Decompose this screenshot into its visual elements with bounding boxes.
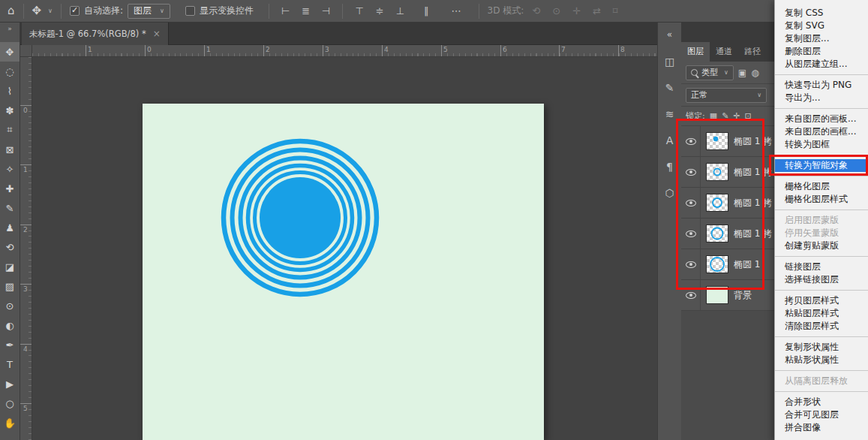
distribute-vertical-icon[interactable]: ≑: [372, 6, 388, 16]
menu-item-duplicate-layer[interactable]: 复制图层...: [775, 32, 868, 45]
menu-item-link-layers[interactable]: 链接图层: [775, 261, 868, 273]
layer-thumbnail[interactable]: [706, 163, 728, 181]
menu-item-copy-layer-style[interactable]: 拷贝图层样式: [775, 294, 868, 307]
3d-panel-icon[interactable]: ⬡: [661, 185, 679, 201]
menu-item-convert-to-smart-object[interactable]: 转换为智能对象: [775, 159, 868, 172]
3d-orbit-icon[interactable]: ⟲: [528, 6, 544, 16]
brush-settings-panel-icon[interactable]: ✎: [661, 80, 679, 96]
layer-filter-type-dropdown[interactable]: 类型 ∨: [686, 65, 734, 80]
blend-mode-dropdown[interactable]: 正常 ∨: [686, 88, 767, 103]
filter-adjustment-layer-icon[interactable]: ◍: [751, 68, 758, 78]
home-icon[interactable]: ⌂: [8, 5, 15, 17]
menu-item-clear-layer-style[interactable]: 清除图层样式: [775, 320, 868, 333]
layer-row[interactable]: 椭圆 1 拷: [681, 126, 774, 157]
menu-item-frame-from-layers[interactable]: 来自图层的画框...: [775, 125, 868, 138]
hand-tool[interactable]: ✋: [0, 413, 20, 432]
layer-thumbnail[interactable]: [706, 286, 728, 304]
lock-paint-icon[interactable]: ✎: [722, 111, 728, 121]
canvas[interactable]: [143, 104, 544, 440]
crop-tool[interactable]: ⌗: [0, 120, 20, 140]
move-tool-icon[interactable]: ✥: [32, 5, 42, 17]
expand-panels-icon[interactable]: «: [667, 26, 672, 44]
layer-row-background[interactable]: 背景: [681, 280, 774, 311]
visibility-toggle[interactable]: [681, 249, 701, 279]
3d-roll-icon[interactable]: ⊙: [548, 6, 564, 16]
tab-layers[interactable]: 图层: [681, 42, 710, 62]
toolbox-collapse-icon[interactable]: »: [0, 23, 20, 35]
close-icon[interactable]: ×: [153, 29, 161, 39]
menu-item-select-linked-layers[interactable]: 选择链接图层: [775, 273, 868, 286]
auto-select-checkbox[interactable]: [70, 6, 80, 16]
chevron-down-icon[interactable]: ∨: [48, 8, 53, 14]
healing-brush-tool[interactable]: ✚: [0, 179, 20, 198]
show-transform-controls-checkbox[interactable]: [185, 6, 195, 16]
tab-paths[interactable]: 路径: [738, 42, 767, 62]
lock-position-icon[interactable]: ✛: [733, 111, 740, 121]
eyedropper-tool[interactable]: ✧: [0, 159, 20, 179]
align-bottom-icon[interactable]: ⊥: [392, 6, 408, 16]
menu-item-group-from-layers[interactable]: 从图层建立组...: [775, 58, 868, 71]
align-center-h-icon[interactable]: ≣: [298, 6, 314, 16]
menu-item-artboard-from-layers[interactable]: 来自图层的画板...: [775, 113, 868, 125]
menu-item-convert-to-frame[interactable]: 转换为图框: [775, 138, 868, 151]
frame-tool[interactable]: ⊠: [0, 140, 20, 159]
visibility-toggle[interactable]: [681, 126, 701, 156]
properties-panel-icon[interactable]: ◫: [661, 53, 679, 70]
blur-tool[interactable]: ⊙: [0, 296, 20, 315]
document-tab[interactable]: 未标题-1 @ 66.7%(RGB/8) * ×: [22, 23, 169, 45]
more-align-options-icon[interactable]: ⋯: [448, 6, 465, 16]
layer-row[interactable]: 椭圆 1 拷: [681, 157, 774, 188]
character-panel-icon[interactable]: A: [661, 132, 679, 149]
lock-transparent-pixels-icon[interactable]: ▦: [710, 111, 717, 121]
3d-camera-icon[interactable]: ⌑: [609, 6, 622, 16]
layer-row[interactable]: 椭圆 1 拷: [681, 188, 774, 218]
history-brush-tool[interactable]: ⟲: [0, 237, 20, 257]
menu-item-copy-svg[interactable]: 复制 SVG: [775, 20, 868, 32]
menu-item-paste-shape-attributes[interactable]: 粘贴形状属性: [775, 354, 868, 366]
menu-item-flatten-image[interactable]: 拼合图像: [775, 421, 868, 434]
path-selection-tool[interactable]: ▶: [0, 374, 20, 393]
layer-thumbnail[interactable]: [706, 225, 728, 243]
menu-item-rasterize-layer-style[interactable]: 栅格化图层样式: [775, 193, 868, 206]
layer-thumbnail[interactable]: [706, 132, 728, 150]
gradient-tool[interactable]: ▨: [0, 276, 20, 296]
move-tool[interactable]: ✥: [0, 42, 20, 62]
paragraph-panel-icon[interactable]: ¶: [661, 158, 679, 175]
menu-item-merge-visible[interactable]: 合并可见图层: [775, 408, 868, 421]
tab-channels[interactable]: 通道: [710, 42, 738, 62]
type-tool[interactable]: T: [0, 354, 20, 374]
menu-item-rasterize-layer[interactable]: 栅格化图层: [775, 180, 868, 193]
visibility-toggle[interactable]: [681, 157, 701, 187]
pen-tool[interactable]: ✒: [0, 335, 20, 354]
align-left-icon[interactable]: ⊢: [278, 6, 293, 16]
layer-thumbnail[interactable]: [706, 194, 728, 212]
eraser-tool[interactable]: ◪: [0, 257, 20, 276]
brush-tool[interactable]: ✎: [0, 198, 20, 218]
lock-artboard-icon[interactable]: ⊡: [745, 111, 752, 121]
clone-stamp-tool[interactable]: ♟: [0, 218, 20, 237]
elliptical-marquee-tool[interactable]: ◌: [0, 62, 20, 81]
quick-selection-tool[interactable]: ✽: [0, 101, 20, 120]
3d-pan-icon[interactable]: ✛: [569, 6, 584, 16]
ellipse-tool[interactable]: ○: [0, 393, 20, 413]
menu-item-copy-shape-attributes[interactable]: 复制形状属性: [775, 341, 868, 354]
layer-row[interactable]: 椭圆 1: [681, 249, 774, 280]
lasso-tool[interactable]: ⌇: [0, 81, 20, 101]
layer-row[interactable]: 椭圆 1 拷: [681, 218, 774, 249]
menu-item-merge-shapes[interactable]: 合并形状: [775, 396, 868, 408]
layer-thumbnail[interactable]: [706, 255, 728, 273]
menu-item-copy-css[interactable]: 复制 CSS: [775, 7, 868, 20]
menu-item-quick-export-png[interactable]: 快速导出为 PNG: [775, 79, 868, 92]
align-top-icon[interactable]: ⊤: [351, 6, 367, 16]
auto-select-target-dropdown[interactable]: 图层 ∨: [128, 4, 170, 19]
visibility-toggle[interactable]: [681, 188, 701, 218]
3d-slide-icon[interactable]: ⇄: [589, 6, 605, 16]
distribute-horizontal-icon[interactable]: ‖: [420, 6, 433, 16]
visibility-toggle[interactable]: [681, 280, 701, 310]
filter-pixel-layer-icon[interactable]: ▣: [738, 68, 746, 78]
clone-source-panel-icon[interactable]: ≋: [661, 106, 679, 122]
menu-item-export-as[interactable]: 导出为...: [775, 92, 868, 104]
menu-item-paste-layer-style[interactable]: 粘贴图层样式: [775, 307, 868, 320]
dodge-tool[interactable]: ◐: [0, 315, 20, 335]
menu-item-create-clipping-mask[interactable]: 创建剪贴蒙版: [775, 240, 868, 252]
